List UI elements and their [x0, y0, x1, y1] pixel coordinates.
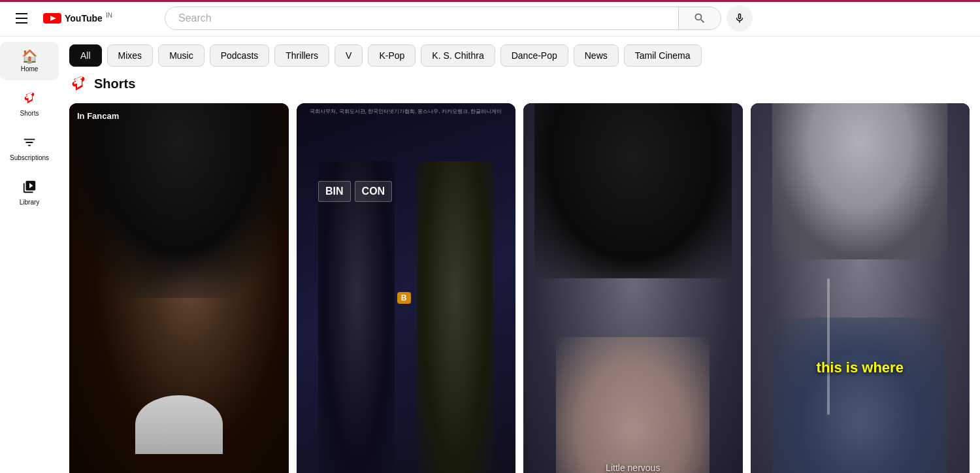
shorts-section-title: Shorts: [94, 76, 135, 91]
home-icon: 🏠: [22, 50, 38, 63]
topbar-left: YouTube IN: [10, 8, 154, 29]
short-card-2[interactable]: 국회사무처, 국회도서관, 한국인터넷기가협회, 웅스나우, 카카오뱅크, 한글…: [297, 103, 516, 473]
chip-tamilcinema[interactable]: Tamil Cinema: [624, 44, 702, 67]
subscriptions-icon: [22, 135, 37, 152]
main-content: All Mixes Music Podcasts Thrillers V K-P…: [59, 37, 980, 473]
chip-mixes[interactable]: Mixes: [107, 44, 154, 67]
sidebar-item-subscriptions[interactable]: Subscriptions: [0, 127, 59, 169]
chip-all[interactable]: All: [69, 44, 102, 67]
short-card-3[interactable]: Little nervous: [523, 103, 743, 473]
sidebar: 🏠 Home Shorts Subscriptions: [0, 37, 59, 473]
search-button[interactable]: [678, 7, 721, 29]
filter-bar: All Mixes Music Podcasts Thrillers V K-P…: [59, 37, 980, 74]
sidebar-label-home: Home: [21, 65, 39, 73]
logo[interactable]: YouTube IN: [43, 12, 112, 25]
sidebar-label-subscriptions: Subscriptions: [10, 154, 49, 161]
svg-text:YouTube: YouTube: [65, 13, 102, 24]
shorts-section-icon: [69, 74, 88, 93]
shorts-icon: [22, 91, 37, 107]
menu-button[interactable]: [10, 8, 33, 29]
search-input[interactable]: [165, 7, 678, 29]
search-form: [165, 7, 721, 30]
short-card-4[interactable]: this is where @LEARNWITHJASPAL: [751, 103, 970, 473]
library-icon: [22, 180, 37, 196]
sidebar-item-shorts[interactable]: Shorts: [0, 83, 59, 125]
chip-kpop[interactable]: K-Pop: [368, 44, 416, 67]
page-layout: 🏠 Home Shorts Subscriptions: [0, 37, 980, 473]
chip-kschithra[interactable]: K. S. Chithra: [421, 44, 495, 67]
sidebar-label-shorts: Shorts: [20, 110, 39, 117]
chip-thrillers[interactable]: Thrillers: [274, 44, 329, 67]
chip-music[interactable]: Music: [158, 44, 204, 67]
chip-news[interactable]: News: [574, 44, 619, 67]
sidebar-label-library: Library: [20, 199, 40, 206]
search-area: [165, 5, 753, 31]
mic-button[interactable]: [727, 5, 753, 31]
sidebar-item-home[interactable]: 🏠 Home: [0, 42, 59, 80]
chip-dancepop[interactable]: Dance-Pop: [500, 44, 568, 67]
chip-v[interactable]: V: [335, 44, 363, 67]
red-accent-bar: [0, 0, 980, 2]
shorts-grid: In Fancam Taekook_life01 국회사무처, 국회도서관, 한…: [69, 103, 970, 473]
youtube-logo-icon: YouTube: [43, 12, 102, 25]
sidebar-item-library[interactable]: Library: [0, 172, 59, 214]
country-badge: IN: [106, 12, 112, 19]
topbar: YouTube IN: [0, 0, 980, 37]
search-icon: [693, 12, 706, 25]
shorts-section: Shorts In Fancam Taekook_life01: [59, 74, 980, 473]
short-card-1[interactable]: In Fancam Taekook_life01: [69, 103, 289, 473]
shorts-section-header: Shorts: [69, 74, 970, 93]
mic-icon: [734, 12, 745, 24]
chip-podcasts[interactable]: Podcasts: [210, 44, 270, 67]
